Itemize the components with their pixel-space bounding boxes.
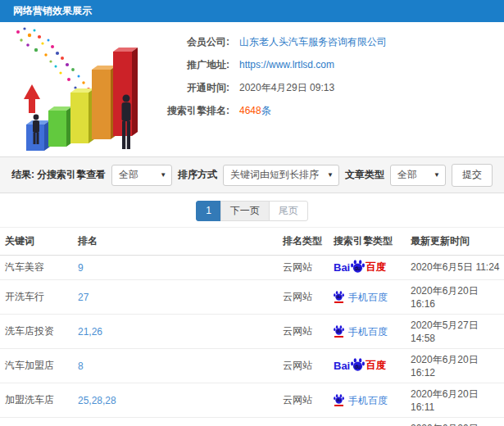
updated-time-cell: 2020年6月20日 16:16 [406, 280, 504, 315]
last-page-button[interactable]: 尾页 [269, 201, 308, 221]
rank-cell[interactable]: 25,28,28 [74, 383, 279, 418]
table-header-row: 关键词 排名 排名类型 搜索引擎类型 最新更新时间 [0, 228, 504, 256]
mobile-baidu-paw-icon: du [334, 325, 344, 338]
updated-time-cell: 2020年6月20日 16:11 [406, 383, 504, 418]
keyword-cell: 洗车赚钱吗 [0, 418, 74, 426]
baidu-paw-icon: du [351, 358, 365, 371]
3d-bars-icon [26, 48, 138, 151]
filter-controls: 分搜索引擎查看 全部 ▼ 排序方式 关键词由短到长排序 ▼ 文章类型 全部 ▼ … [37, 164, 493, 187]
info-row-open-time: 开通时间: 2020年4月29日 09:13 [157, 76, 504, 99]
chevron-down-icon: ▼ [434, 171, 440, 179]
rank-cell[interactable]: 8 [74, 349, 279, 383]
results-table: 关键词 排名 排名类型 搜索引擎类型 最新更新时间 汽车美容 9 云网站 Bai… [0, 227, 504, 426]
column-header-rank: 排名 [74, 228, 279, 256]
ranking-count-unit: 条 [261, 105, 271, 116]
ranking-count-label: 搜索引擎排名: [157, 104, 229, 118]
filter-bar: 结果: 分搜索引擎查看 全部 ▼ 排序方式 关键词由短到长排序 ▼ 文章类型 全… [0, 156, 504, 193]
info-row-ranking-count: 搜索引擎排名: 4648条 [157, 99, 504, 122]
engine-type-cell: du 手机百度 [329, 315, 406, 349]
info-row-url: 推广地址: https://www.lrtlsd.com [157, 53, 504, 76]
chevron-down-icon: ▼ [327, 171, 334, 179]
svg-text:du: du [337, 398, 342, 402]
baidu-paw-icon: du [351, 260, 365, 273]
sort-select[interactable]: 关键词由短到长排序 ▼ [223, 165, 339, 186]
pagination: 1 下一页 尾页 [0, 201, 504, 221]
app-header: 网络营销效果展示 [0, 0, 504, 22]
results-table-body: 汽车美容 9 云网站 Bai du 百度 2020年6月5日 11:24 开洗车… [0, 256, 504, 426]
submit-button[interactable]: 提交 [452, 164, 493, 187]
article-type-value: 全部 [397, 168, 417, 182]
promo-url-link[interactable]: https://www.lrtlsd.com [239, 59, 334, 70]
rank-cell[interactable]: 30 [74, 418, 279, 426]
column-header-engine-type: 搜索引擎类型 [329, 228, 406, 256]
svg-text:du: du [355, 364, 361, 369]
updated-time-cell: 2020年6月5日 11:24 [406, 256, 504, 280]
svg-text:du: du [337, 295, 342, 299]
baidu-logo: Bai du 百度 [334, 260, 386, 275]
keyword-cell: 汽车美容 [0, 256, 74, 280]
engine-type-cell: du 手机百度 [329, 418, 406, 426]
sort-select-value: 关键词由短到长排序 [230, 168, 319, 182]
svg-text:du: du [337, 329, 342, 333]
rank-cell[interactable]: 27 [74, 280, 279, 315]
next-page-button[interactable]: 下一页 [220, 201, 270, 221]
table-row: 开洗车行 27 云网站 du 手机百度 2020年6月20日 16:16 [0, 280, 504, 315]
mobile-baidu-logo: du 手机百度 [334, 291, 388, 303]
article-type-select[interactable]: 全部 ▼ [390, 165, 446, 186]
column-header-keyword: 关键词 [0, 228, 74, 256]
sort-label: 排序方式 [178, 168, 217, 182]
article-type-label: 文章类型 [345, 168, 384, 182]
table-row: 汽车加盟店 8 云网站 Bai du 百度 2020年6月20日 16:12 [0, 349, 504, 383]
svg-text:du: du [355, 265, 361, 271]
rank-type-cell: 云网站 [279, 315, 329, 349]
page-title: 网络营销效果展示 [13, 5, 92, 16]
baidu-logo: Bai du 百度 [334, 358, 386, 374]
keyword-cell: 加盟洗车店 [0, 383, 74, 418]
table-row: 汽车美容 9 云网站 Bai du 百度 2020年6月5日 11:24 [0, 256, 504, 280]
info-panel: 会员公司: 山东老人头汽车服务咨询有限公司 推广地址: https://www.… [157, 22, 504, 122]
company-name-link[interactable]: 山东老人头汽车服务咨询有限公司 [239, 35, 387, 49]
bar-chart-illustration [3, 22, 155, 156]
open-time-value: 2020年4月29日 09:13 [239, 81, 334, 95]
column-header-rank-type: 排名类型 [279, 228, 329, 256]
rank-type-cell: 云网站 [279, 349, 329, 383]
keyword-cell: 开洗车行 [0, 280, 74, 315]
updated-time-cell: 2020年5月27日 14:58 [406, 315, 504, 349]
page-button-1[interactable]: 1 [196, 201, 221, 221]
mobile-baidu-paw-icon: du [334, 291, 344, 303]
updated-time-cell: 2020年6月20日 16:12 [406, 418, 504, 426]
result-label: 结果: [11, 168, 34, 182]
engine-filter-value: 全部 [119, 168, 138, 182]
mobile-baidu-logo: du 手机百度 [334, 325, 388, 338]
engine-type-cell: Bai du 百度 [329, 349, 406, 383]
engine-type-cell: du 手机百度 [329, 383, 406, 418]
info-row-company: 会员公司: 山东老人头汽车服务咨询有限公司 [157, 30, 504, 53]
rank-cell[interactable]: 9 [74, 256, 279, 280]
ranking-count-value: 4648条 [239, 104, 271, 118]
promo-url-label: 推广地址: [157, 58, 229, 72]
rank-type-cell: 云网站 [279, 383, 329, 418]
table-row: 洗车店投资 21,26 云网站 du 手机百度 2020年5月27日 14:58 [0, 315, 504, 349]
mobile-baidu-logo: du 手机百度 [334, 394, 388, 406]
engine-filter-select[interactable]: 全部 ▼ [111, 165, 172, 186]
keyword-cell: 汽车加盟店 [0, 349, 74, 383]
chevron-down-icon: ▼ [160, 171, 166, 179]
engine-filter-label: 分搜索引擎查看 [37, 168, 106, 182]
table-row: 洗车赚钱吗 30 云网站 du 手机百度 2020年6月20日 16:12 [0, 418, 504, 426]
rank-type-cell: 云网站 [279, 280, 329, 315]
engine-type-cell: Bai du 百度 [329, 256, 406, 280]
growth-arrow-icon [24, 84, 40, 113]
rank-type-cell: 云网站 [279, 256, 329, 280]
top-section: 会员公司: 山东老人头汽车服务咨询有限公司 推广地址: https://www.… [0, 22, 504, 156]
table-row: 加盟洗车店 25,28,28 云网站 du 手机百度 2020年6月20日 16… [0, 383, 504, 418]
ranking-count-number: 4648 [239, 105, 261, 116]
confetti-dots-icon [16, 27, 95, 97]
rank-cell[interactable]: 21,26 [74, 315, 279, 349]
mobile-baidu-paw-icon: du [334, 394, 344, 406]
column-header-updated: 最新更新时间 [406, 228, 504, 256]
company-label: 会员公司: [157, 35, 229, 49]
rank-type-cell: 云网站 [279, 418, 329, 426]
keyword-cell: 洗车店投资 [0, 315, 74, 349]
engine-type-cell: du 手机百度 [329, 280, 406, 315]
updated-time-cell: 2020年6月20日 16:12 [406, 349, 504, 383]
